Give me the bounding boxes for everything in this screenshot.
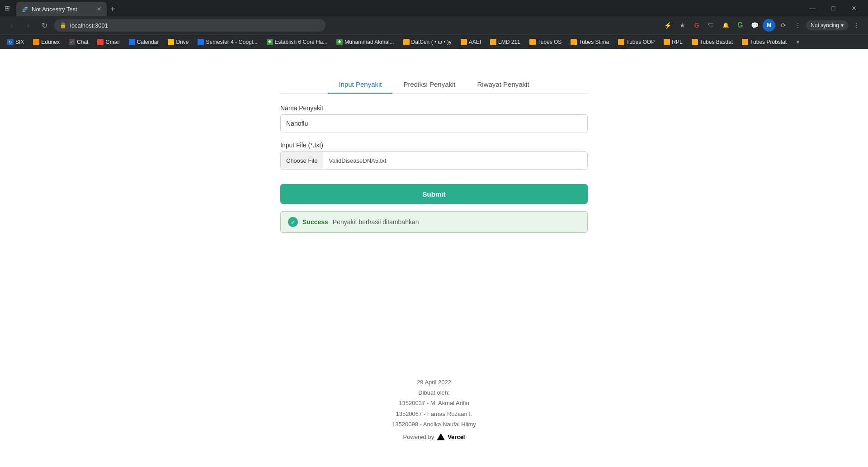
- edunex-favicon: [33, 39, 39, 45]
- tubes-stima-favicon: [571, 39, 577, 45]
- bookmark-datcen-label: DatCen ( • ω • )y: [411, 39, 452, 45]
- bookmark-tubes-basdat-label: Tubes Basdat: [700, 39, 733, 45]
- nav-bar: ‹ › ↻ 🔒 localhost:3001 ⚡ ★ G 🛡 🔔 G 💬 M ⟳…: [0, 16, 868, 34]
- bookmark-tubes-basdat[interactable]: Tubes Basdat: [688, 37, 737, 47]
- success-label: Success: [302, 218, 328, 226]
- bookmark-akmal-label: Muhammad Akmal...: [344, 39, 394, 45]
- bookmark-tubes-probstat-label: Tubes Probstat: [750, 39, 787, 45]
- tubes-oop-favicon: [618, 39, 624, 45]
- bookmark-six-label: SIX: [15, 39, 24, 45]
- bookmark-tubes-stima[interactable]: Tubes Stima: [567, 37, 613, 47]
- gmail-favicon: [97, 39, 104, 45]
- bookmark-tubes-oop-label: Tubes OOP: [626, 39, 655, 45]
- color-icon[interactable]: G: [734, 19, 746, 32]
- minimize-button[interactable]: —: [802, 0, 823, 16]
- extensions-icon[interactable]: ⚡: [661, 19, 674, 32]
- aaei-favicon: [461, 39, 467, 45]
- bookmark-establish[interactable]: ✚ Establish 6 Core Ha...: [263, 37, 331, 47]
- maximize-button[interactable]: □: [823, 0, 844, 16]
- nama-penyakit-label: Nama Penyakit: [280, 104, 588, 112]
- tab-close-button[interactable]: ✕: [97, 6, 101, 12]
- tab-input-penyakit[interactable]: Input Penyakit: [328, 76, 392, 94]
- translate-icon[interactable]: 💬: [748, 19, 761, 32]
- bookmark-drive-label: Drive: [176, 39, 189, 45]
- tab-navigation: Input Penyakit Prediksi Penyakit Riwayat…: [280, 76, 588, 94]
- bookmark-semester[interactable]: Semester 4 - Googl...: [194, 37, 261, 47]
- shield-icon[interactable]: 🛡: [705, 19, 717, 32]
- bookmarks-more-button[interactable]: »: [793, 37, 803, 47]
- sync-status-icon[interactable]: ⟳: [777, 19, 790, 32]
- footer: 29 April 2022 Dibuat oleh: 13520037 - M.…: [392, 359, 476, 456]
- vercel-triangle-icon: [437, 433, 445, 440]
- bookmark-lmd[interactable]: LMD 211: [486, 37, 524, 47]
- bookmark-gmail-label: Gmail: [105, 39, 119, 45]
- bookmark-aaei[interactable]: AAEI: [457, 37, 485, 47]
- nama-penyakit-group: Nama Penyakit: [280, 104, 588, 132]
- back-button[interactable]: ‹: [5, 19, 18, 32]
- bookmark-chat[interactable]: ✓ Chat: [65, 37, 92, 47]
- input-file-label: Input File (*.txt): [280, 142, 588, 149]
- star-icon[interactable]: ★: [676, 19, 689, 32]
- notification-icon[interactable]: 🔔: [719, 19, 732, 32]
- nama-penyakit-input[interactable]: [280, 114, 588, 132]
- drive-favicon: [168, 39, 174, 45]
- bookmark-akmal[interactable]: ✚ Muhammad Akmal...: [333, 37, 397, 47]
- bookmark-edunex[interactable]: Edunex: [29, 37, 63, 47]
- lmd-favicon: [490, 39, 496, 45]
- tab-title: Not Ancestry Test: [32, 6, 93, 13]
- bookmark-tubes-probstat[interactable]: Tubes Probstat: [738, 37, 790, 47]
- choose-file-button[interactable]: Choose File: [281, 152, 323, 169]
- reload-button[interactable]: ↻: [38, 19, 51, 32]
- success-check-icon: ✓: [288, 217, 298, 227]
- not-syncing-button[interactable]: Not syncing ▾: [806, 20, 848, 30]
- tubes-probstat-favicon: [742, 39, 748, 45]
- bookmark-edunex-label: Edunex: [41, 39, 60, 45]
- bookmark-tubes-oop[interactable]: Tubes OOP: [614, 37, 658, 47]
- input-file-group: Input File (*.txt) Choose File ValidDise…: [280, 142, 588, 170]
- settings-icon[interactable]: ⋮: [792, 19, 804, 32]
- footer-date: 29 April 2022: [392, 377, 476, 387]
- chat-favicon: ✓: [69, 39, 75, 45]
- url-text: localhost:3001: [70, 22, 320, 29]
- cal-favicon: [129, 39, 135, 45]
- grammarly-icon[interactable]: G: [690, 19, 703, 32]
- datcen-favicon: [403, 39, 410, 45]
- close-button[interactable]: ✕: [844, 0, 864, 16]
- success-message: ✓ Success Penyakit berhasil ditambahkan: [280, 211, 588, 233]
- grid-icon[interactable]: ⊞: [4, 5, 11, 12]
- bookmark-tubes-os-label: Tubes OS: [538, 39, 562, 45]
- tab-favicon: 🧬: [22, 6, 28, 12]
- forward-button[interactable]: ›: [22, 19, 34, 32]
- bookmark-six[interactable]: S SIX: [4, 37, 28, 47]
- not-syncing-chevron: ▾: [841, 22, 844, 28]
- sem-favicon: [198, 39, 204, 45]
- bookmark-calendar-label: Calendar: [137, 39, 159, 45]
- title-bar: ⊞ 🧬 Not Ancestry Test ✕ + — □ ✕: [0, 0, 868, 16]
- bookmark-datcen[interactable]: DatCen ( • ω • )y: [400, 37, 455, 47]
- footer-powered-by: Powered by Vercel: [392, 432, 476, 442]
- footer-created-by: Dibuat oleh:: [392, 387, 476, 398]
- bookmark-calendar[interactable]: Calendar: [125, 37, 163, 47]
- browser-chrome: ⊞ 🧬 Not Ancestry Test ✕ + — □ ✕ ‹ › ↻ 🔒 …: [0, 0, 868, 49]
- file-input-wrapper: Choose File ValidDiseaseDNA5.txt: [280, 151, 588, 170]
- address-bar[interactable]: 🔒 localhost:3001: [54, 19, 326, 32]
- footer-member3: 13520098 - Andika Naufal Hilmy: [392, 419, 476, 429]
- establish-favicon: ✚: [267, 39, 273, 45]
- profile-button[interactable]: M: [763, 19, 775, 32]
- bookmark-rpl[interactable]: RPL: [660, 37, 686, 47]
- bookmark-tubes-os[interactable]: Tubes OS: [526, 37, 566, 47]
- tab-bar: 🧬 Not Ancestry Test ✕ +: [16, 0, 798, 16]
- more-options-icon[interactable]: ⋮: [850, 19, 863, 32]
- akmal-favicon: ✚: [336, 39, 343, 45]
- bookmark-drive[interactable]: Drive: [164, 37, 192, 47]
- file-name-display: ValidDiseaseDNA5.txt: [323, 157, 392, 164]
- window-controls: ⊞: [4, 5, 11, 12]
- tab-riwayat-penyakit[interactable]: Riwayat Penyakit: [467, 76, 540, 94]
- new-tab-button[interactable]: +: [107, 2, 119, 16]
- tubes-os-favicon: [529, 39, 536, 45]
- page-content: Input Penyakit Prediksi Penyakit Riwayat…: [0, 49, 868, 456]
- submit-button[interactable]: Submit: [280, 184, 588, 204]
- bookmark-gmail[interactable]: Gmail: [94, 37, 123, 47]
- browser-tab-active[interactable]: 🧬 Not Ancestry Test ✕: [16, 2, 107, 16]
- tab-prediksi-penyakit[interactable]: Prediksi Penyakit: [392, 76, 466, 94]
